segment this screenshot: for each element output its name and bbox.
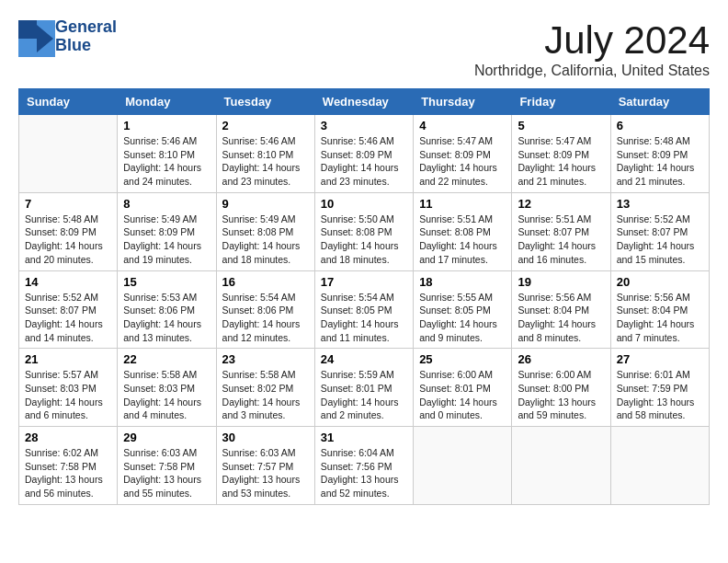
weekday-header-row: SundayMondayTuesdayWednesdayThursdayFrid…	[19, 89, 710, 115]
calendar-cell: 9Sunrise: 5:49 AM Sunset: 8:08 PM Daylig…	[216, 192, 314, 270]
day-info: Sunrise: 5:51 AM Sunset: 8:07 PM Dayligh…	[518, 213, 604, 267]
calendar-cell: 12Sunrise: 5:51 AM Sunset: 8:07 PM Dayli…	[512, 192, 610, 270]
day-info: Sunrise: 5:52 AM Sunset: 8:07 PM Dayligh…	[617, 213, 703, 267]
calendar-table: SundayMondayTuesdayWednesdayThursdayFrid…	[18, 88, 710, 505]
day-info: Sunrise: 5:58 AM Sunset: 8:03 PM Dayligh…	[123, 368, 210, 422]
day-number: 12	[518, 197, 604, 211]
calendar-cell: 13Sunrise: 5:52 AM Sunset: 8:07 PM Dayli…	[610, 192, 709, 270]
day-info: Sunrise: 5:50 AM Sunset: 8:08 PM Dayligh…	[321, 213, 407, 267]
calendar-cell: 25Sunrise: 6:00 AM Sunset: 8:01 PM Dayli…	[414, 349, 512, 427]
day-info: Sunrise: 5:46 AM Sunset: 8:10 PM Dayligh…	[222, 134, 309, 189]
day-info: Sunrise: 6:02 AM Sunset: 7:58 PM Dayligh…	[25, 446, 111, 500]
day-info: Sunrise: 5:56 AM Sunset: 8:04 PM Dayligh…	[518, 291, 604, 345]
day-number: 19	[518, 275, 604, 289]
day-info: Sunrise: 6:00 AM Sunset: 8:01 PM Dayligh…	[419, 368, 506, 422]
day-info: Sunrise: 5:56 AM Sunset: 8:04 PM Dayligh…	[617, 291, 703, 345]
weekday-header: Saturday	[610, 89, 709, 115]
day-number: 23	[222, 352, 309, 366]
calendar-cell	[19, 115, 118, 193]
calendar-week-row: 14Sunrise: 5:52 AM Sunset: 8:07 PM Dayli…	[19, 270, 710, 349]
calendar-cell: 6Sunrise: 5:48 AM Sunset: 8:09 PM Daylig…	[610, 115, 709, 193]
calendar-week-row: 1Sunrise: 5:46 AM Sunset: 8:10 PM Daylig…	[19, 115, 710, 193]
svg-rect-3	[18, 20, 37, 39]
calendar-cell: 28Sunrise: 6:02 AM Sunset: 7:58 PM Dayli…	[19, 427, 118, 505]
calendar-cell: 27Sunrise: 6:01 AM Sunset: 7:59 PM Dayli…	[610, 349, 709, 427]
day-number: 6	[617, 119, 703, 132]
month-title: July 2024	[474, 18, 710, 63]
day-number: 24	[321, 352, 407, 366]
day-number: 31	[321, 431, 407, 444]
day-info: Sunrise: 6:03 AM Sunset: 7:58 PM Dayligh…	[123, 446, 210, 500]
day-number: 7	[25, 197, 111, 211]
calendar-cell: 16Sunrise: 5:54 AM Sunset: 8:06 PM Dayli…	[216, 270, 314, 349]
weekday-header: Friday	[512, 89, 610, 115]
calendar-cell: 29Sunrise: 6:03 AM Sunset: 7:58 PM Dayli…	[118, 427, 216, 505]
day-info: Sunrise: 5:48 AM Sunset: 8:09 PM Dayligh…	[25, 213, 111, 267]
logo: General Blue	[18, 18, 117, 55]
day-number: 29	[123, 431, 210, 444]
header: General Blue July 2024 Northridge, Calif…	[18, 18, 710, 79]
location-title: Northridge, California, United States	[474, 63, 710, 79]
calendar-cell: 7Sunrise: 5:48 AM Sunset: 8:09 PM Daylig…	[19, 192, 118, 270]
calendar-cell: 30Sunrise: 6:03 AM Sunset: 7:57 PM Dayli…	[216, 427, 314, 505]
day-info: Sunrise: 5:48 AM Sunset: 8:09 PM Dayligh…	[617, 134, 703, 189]
calendar-cell: 1Sunrise: 5:46 AM Sunset: 8:10 PM Daylig…	[118, 115, 216, 193]
day-number: 13	[617, 197, 703, 211]
calendar-cell: 2Sunrise: 5:46 AM Sunset: 8:10 PM Daylig…	[216, 115, 314, 193]
day-number: 22	[123, 352, 210, 366]
day-info: Sunrise: 5:54 AM Sunset: 8:06 PM Dayligh…	[222, 291, 309, 345]
weekday-header: Monday	[118, 89, 216, 115]
day-number: 10	[321, 197, 407, 211]
weekday-header: Tuesday	[216, 89, 314, 115]
calendar-cell: 5Sunrise: 5:47 AM Sunset: 8:09 PM Daylig…	[512, 115, 610, 193]
calendar-week-row: 21Sunrise: 5:57 AM Sunset: 8:03 PM Dayli…	[19, 349, 710, 427]
day-number: 18	[419, 275, 506, 289]
day-number: 5	[518, 119, 604, 132]
day-number: 3	[321, 119, 407, 132]
calendar-cell: 21Sunrise: 5:57 AM Sunset: 8:03 PM Dayli…	[19, 349, 118, 427]
calendar-cell: 15Sunrise: 5:53 AM Sunset: 8:06 PM Dayli…	[118, 270, 216, 349]
day-number: 8	[123, 197, 210, 211]
day-info: Sunrise: 5:53 AM Sunset: 8:06 PM Dayligh…	[123, 291, 210, 345]
calendar-cell: 11Sunrise: 5:51 AM Sunset: 8:08 PM Dayli…	[414, 192, 512, 270]
day-number: 28	[25, 431, 111, 444]
calendar-cell: 14Sunrise: 5:52 AM Sunset: 8:07 PM Dayli…	[19, 270, 118, 349]
day-number: 21	[25, 352, 111, 366]
day-number: 25	[419, 352, 506, 366]
calendar-cell: 20Sunrise: 5:56 AM Sunset: 8:04 PM Dayli…	[610, 270, 709, 349]
calendar-cell: 4Sunrise: 5:47 AM Sunset: 8:09 PM Daylig…	[414, 115, 512, 193]
day-info: Sunrise: 5:57 AM Sunset: 8:03 PM Dayligh…	[25, 368, 111, 422]
day-number: 4	[419, 119, 506, 132]
day-info: Sunrise: 5:58 AM Sunset: 8:02 PM Dayligh…	[222, 368, 309, 422]
day-number: 16	[222, 275, 309, 289]
day-info: Sunrise: 5:46 AM Sunset: 8:09 PM Dayligh…	[321, 134, 407, 189]
day-info: Sunrise: 5:47 AM Sunset: 8:09 PM Dayligh…	[518, 134, 604, 189]
calendar-cell: 31Sunrise: 6:04 AM Sunset: 7:56 PM Dayli…	[314, 427, 413, 505]
day-number: 30	[222, 431, 309, 444]
day-info: Sunrise: 6:00 AM Sunset: 8:00 PM Dayligh…	[518, 368, 604, 422]
calendar-cell: 3Sunrise: 5:46 AM Sunset: 8:09 PM Daylig…	[314, 115, 413, 193]
weekday-header: Sunday	[19, 89, 118, 115]
day-info: Sunrise: 5:55 AM Sunset: 8:05 PM Dayligh…	[419, 291, 506, 345]
calendar-cell	[414, 427, 512, 505]
day-info: Sunrise: 5:47 AM Sunset: 8:09 PM Dayligh…	[419, 134, 506, 189]
weekday-header: Thursday	[414, 89, 512, 115]
calendar-cell	[512, 427, 610, 505]
weekday-header: Wednesday	[314, 89, 413, 115]
day-number: 1	[123, 119, 210, 132]
calendar-cell: 10Sunrise: 5:50 AM Sunset: 8:08 PM Dayli…	[314, 192, 413, 270]
day-info: Sunrise: 5:51 AM Sunset: 8:08 PM Dayligh…	[419, 213, 506, 267]
day-info: Sunrise: 6:03 AM Sunset: 7:57 PM Dayligh…	[222, 446, 309, 500]
day-number: 14	[25, 275, 111, 289]
logo-text: General Blue	[55, 18, 117, 55]
calendar-cell: 24Sunrise: 5:59 AM Sunset: 8:01 PM Dayli…	[314, 349, 413, 427]
calendar-cell: 23Sunrise: 5:58 AM Sunset: 8:02 PM Dayli…	[216, 349, 314, 427]
day-number: 9	[222, 197, 309, 211]
day-info: Sunrise: 5:46 AM Sunset: 8:10 PM Dayligh…	[123, 134, 210, 189]
day-info: Sunrise: 5:59 AM Sunset: 8:01 PM Dayligh…	[321, 368, 407, 422]
day-info: Sunrise: 6:01 AM Sunset: 7:59 PM Dayligh…	[617, 368, 703, 422]
svg-rect-4	[18, 39, 37, 57]
title-area: July 2024 Northridge, California, United…	[474, 18, 710, 79]
day-number: 15	[123, 275, 210, 289]
calendar-cell: 19Sunrise: 5:56 AM Sunset: 8:04 PM Dayli…	[512, 270, 610, 349]
